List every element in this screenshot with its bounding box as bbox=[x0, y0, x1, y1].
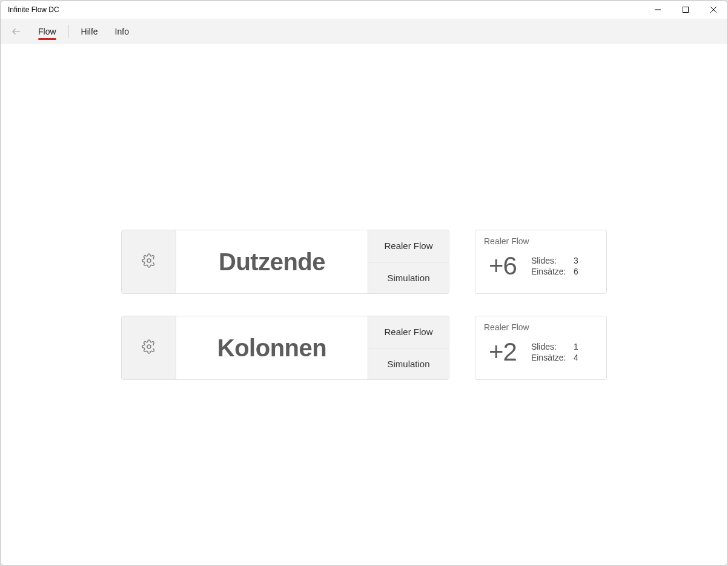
card-value-dutzende: +6 bbox=[489, 251, 517, 281]
stat-label: Einsätze: bbox=[531, 267, 566, 276]
titlebar: Infinite Flow DC bbox=[1, 1, 727, 19]
row-kolonnen: Kolonnen Realer Flow Simulation Realer F… bbox=[121, 316, 607, 380]
stat-value: 4 bbox=[574, 353, 581, 362]
info-card-dutzende: Realer Flow +6 Slides: 3 Einsätze: 6 bbox=[475, 230, 607, 294]
app-window: Infinite Flow DC Flow Hilfe Info bbox=[0, 0, 728, 566]
label-dutzende: Dutzende bbox=[176, 230, 368, 293]
realer-flow-button-dutzende[interactable]: Realer Flow bbox=[368, 230, 449, 262]
tab-hilfe[interactable]: Hilfe bbox=[73, 22, 107, 41]
gear-icon bbox=[142, 339, 156, 356]
stat-row: Einsätze: 6 bbox=[531, 267, 581, 276]
stat-label: Slides: bbox=[531, 342, 566, 351]
simulation-button-dutzende[interactable]: Simulation bbox=[368, 262, 449, 294]
card-body-kolonnen: +2 Slides: 1 Einsätze: 4 bbox=[484, 333, 598, 371]
label-kolonnen: Kolonnen bbox=[176, 316, 368, 379]
svg-rect-1 bbox=[683, 7, 689, 13]
minimize-button[interactable] bbox=[644, 1, 672, 19]
window-controls bbox=[644, 1, 727, 19]
tab-flow[interactable]: Flow bbox=[30, 22, 65, 41]
stat-row: Slides: 1 bbox=[531, 342, 581, 351]
svg-point-6 bbox=[147, 345, 151, 348]
actions-dutzende: Realer Flow Simulation bbox=[368, 230, 449, 293]
menu-divider bbox=[68, 25, 69, 38]
tab-info[interactable]: Info bbox=[107, 22, 137, 41]
gear-icon bbox=[142, 253, 156, 270]
content-area: Dutzende Realer Flow Simulation Realer F… bbox=[1, 44, 727, 565]
row-dutzende: Dutzende Realer Flow Simulation Realer F… bbox=[121, 230, 607, 294]
svg-point-5 bbox=[147, 259, 151, 262]
stat-value: 6 bbox=[574, 267, 581, 276]
maximize-button[interactable] bbox=[672, 1, 700, 19]
stat-row: Einsätze: 4 bbox=[531, 353, 581, 362]
block-dutzende: Dutzende Realer Flow Simulation bbox=[121, 230, 449, 294]
card-body-dutzende: +6 Slides: 3 Einsätze: 6 bbox=[484, 247, 598, 285]
close-button[interactable] bbox=[700, 1, 727, 19]
card-title-kolonnen: Realer Flow bbox=[484, 322, 598, 332]
info-card-kolonnen: Realer Flow +2 Slides: 1 Einsätze: 4 bbox=[475, 316, 607, 380]
card-value-kolonnen: +2 bbox=[489, 338, 517, 367]
stat-label: Einsätze: bbox=[531, 353, 566, 362]
menubar: Flow Hilfe Info bbox=[1, 19, 727, 44]
card-title-dutzende: Realer Flow bbox=[484, 236, 598, 246]
card-stats-kolonnen: Slides: 1 Einsätze: 4 bbox=[531, 342, 581, 362]
window-title: Infinite Flow DC bbox=[8, 5, 59, 14]
actions-kolonnen: Realer Flow Simulation bbox=[368, 316, 449, 379]
stat-value: 3 bbox=[574, 256, 581, 265]
realer-flow-button-kolonnen[interactable]: Realer Flow bbox=[368, 316, 449, 348]
settings-button-kolonnen[interactable] bbox=[122, 316, 176, 379]
stat-value: 1 bbox=[574, 342, 581, 351]
card-stats-dutzende: Slides: 3 Einsätze: 6 bbox=[531, 256, 581, 276]
simulation-button-kolonnen[interactable]: Simulation bbox=[368, 348, 449, 380]
settings-button-dutzende[interactable] bbox=[122, 230, 176, 293]
block-kolonnen: Kolonnen Realer Flow Simulation bbox=[121, 316, 449, 380]
back-icon bbox=[8, 26, 25, 37]
stat-label: Slides: bbox=[531, 256, 566, 265]
stat-row: Slides: 3 bbox=[531, 256, 581, 265]
